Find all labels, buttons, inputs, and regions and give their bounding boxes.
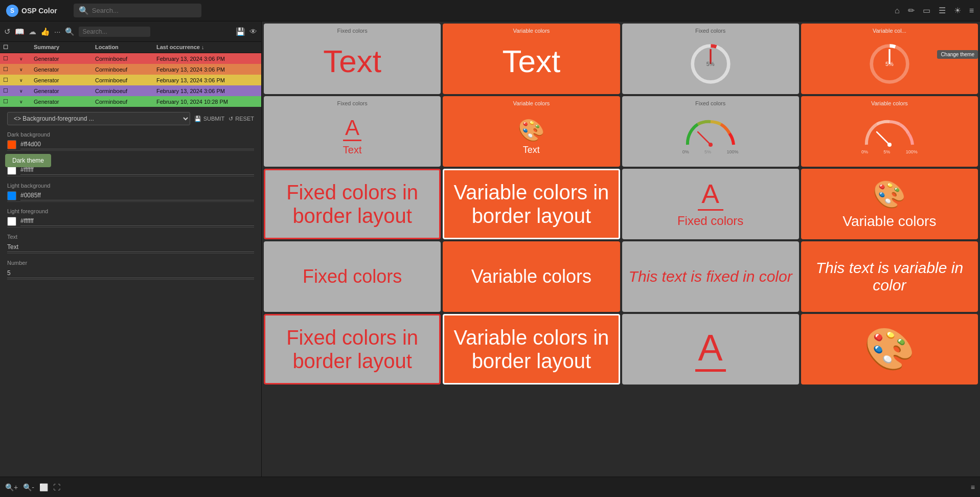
right-content: Change theme Fixed colors Text Variable … — [262, 21, 980, 477]
cell-fixed-border-text-1: Fixed colors in border layout — [264, 169, 441, 239]
cell-header: Fixed colors — [622, 100, 799, 106]
light-background-input[interactable] — [20, 191, 254, 200]
row-chevron[interactable]: ∨ — [19, 56, 34, 61]
refresh-icon[interactable]: ↺ — [4, 27, 11, 36]
row-location: Corminboeuf — [95, 66, 156, 73]
row-checkbox[interactable]: ☐ — [3, 87, 19, 94]
row-checkbox[interactable]: ☐ — [3, 55, 19, 62]
cell-variable-medium-text: Variable colors — [443, 241, 620, 312]
zoom-in-icon[interactable]: 🔍+ — [5, 483, 18, 491]
panel-toolbar: ↺ 📖 ☁ 👍 ··· 🔍 💾 👁 — [0, 21, 261, 42]
cell-fixed-speedometer: Fixed colors — [622, 96, 799, 167]
big-letter-a: A — [677, 180, 743, 207]
number-input[interactable] — [7, 268, 254, 278]
cell-variable-border-text-2: Variable colors in border layout — [443, 314, 620, 385]
top-nav: S OSP Color 🔍 ⌂ ✏ ▭ ☰ ☀ ≡ — [0, 0, 980, 21]
table-row[interactable]: ☐ ∨ Generator Corminboeuf February 13, 2… — [0, 64, 261, 75]
list-right-icon[interactable]: ≡ — [971, 483, 975, 491]
letter-underline — [698, 209, 723, 211]
cell-fixed-medium-text: Fixed colors — [264, 241, 441, 312]
cell-big-palette-icon: 🎨 — [801, 314, 978, 385]
row-date: February 13, 2024 3:06 PM — [156, 66, 258, 73]
table-header: ☐ Summary Location Last occurrence ↓ — [0, 42, 261, 53]
row-chevron[interactable]: ∨ — [19, 88, 34, 94]
row-checkbox[interactable]: ☐ — [3, 77, 19, 83]
top-search-input[interactable] — [92, 7, 184, 14]
left-panel: ↺ 📖 ☁ 👍 ··· 🔍 💾 👁 ☐ Summary Location Las… — [0, 21, 262, 477]
select-all-header[interactable]: ☐ — [3, 44, 19, 51]
cell-fixed-border-text-2: Fixed colors in border layout — [264, 314, 441, 385]
submit-button[interactable]: 💾 SUBMIT — [194, 116, 225, 122]
cell-big-letter-underline: A — [622, 314, 799, 385]
row-chevron[interactable]: ∨ — [19, 67, 34, 72]
date-header[interactable]: Last occurrence ↓ — [156, 44, 258, 51]
fullscreen-icon[interactable]: ⛶ — [53, 483, 60, 491]
more-icon[interactable]: ··· — [54, 27, 61, 36]
cloud-save-icon[interactable]: ☁ — [29, 27, 36, 36]
cell-fixed-italic-text: This text is fixed in color — [622, 241, 799, 312]
dark-foreground-input[interactable] — [20, 165, 254, 175]
reset-button[interactable]: ↺ RESET — [229, 116, 254, 122]
row-summary: Generator — [34, 66, 95, 73]
eye-icon[interactable]: 👁 — [249, 27, 257, 36]
dark-background-swatch[interactable] — [7, 140, 16, 149]
top-search-bar[interactable]: 🔍 — [74, 4, 201, 17]
dark-theme-badge[interactable]: Dark theme — [5, 154, 51, 167]
text-field: Text — [7, 234, 254, 254]
edit-icon[interactable]: ✏ — [908, 6, 915, 15]
row-date: February 13, 2024 3:06 PM — [156, 88, 258, 94]
hamburger-icon[interactable]: ≡ — [969, 6, 974, 15]
change-theme-button[interactable]: Change theme — [937, 50, 978, 59]
save-icon[interactable]: 💾 — [236, 27, 245, 36]
thumbs-up-icon[interactable]: 👍 — [40, 27, 50, 36]
row-chevron[interactable]: ∨ — [19, 78, 34, 83]
variable-colors-label: Variable colors — [842, 213, 936, 230]
app-logo: S OSP Color — [6, 5, 57, 17]
light-foreground-input[interactable] — [20, 216, 254, 226]
zoom-out-icon[interactable]: 🔍- — [23, 483, 34, 491]
row-chevron[interactable]: ∨ — [19, 99, 34, 104]
cell-fixed-big-text: Fixed colors Text — [264, 24, 441, 94]
medium-text: Variable colors — [467, 262, 596, 291]
row-checkbox[interactable]: ☐ — [3, 66, 19, 73]
location-header[interactable]: Location — [95, 44, 156, 51]
fit-width-icon[interactable]: ⬜ — [39, 483, 48, 491]
table-row[interactable]: ☐ ∨ Generator Corminboeuf February 13, 2… — [0, 53, 261, 64]
big-palette-icon: 🎨 — [842, 179, 936, 210]
config-dropdown[interactable]: <> Background-foreground ... — [7, 112, 190, 125]
border-text: Fixed colors in border layout — [265, 174, 439, 234]
search-icon[interactable]: 🔍 — [65, 27, 75, 36]
huge-letter-a: A — [695, 329, 726, 366]
light-foreground-swatch[interactable] — [7, 217, 16, 226]
form-toolbar: <> Background-foreground ... 💾 SUBMIT ↺ … — [7, 112, 254, 125]
letter-a: A — [345, 117, 359, 139]
huge-palette-icon: 🎨 — [864, 325, 915, 373]
table-row[interactable]: ☐ ∨ Generator Corminboeuf February 13, 2… — [0, 75, 261, 85]
letter-underline — [343, 140, 361, 141]
text-label: Text — [7, 234, 254, 240]
cell-header: Fixed colors — [264, 28, 441, 34]
sun-icon[interactable]: ☀ — [954, 6, 961, 15]
row-checkbox[interactable]: ☐ — [3, 98, 19, 105]
issues-table: ☐ Summary Location Last occurrence ↓ ☐ ∨… — [0, 42, 261, 107]
border-text-2: Variable colors in border layout — [444, 320, 618, 379]
dark-background-input[interactable] — [20, 140, 254, 149]
text-input[interactable] — [7, 242, 254, 252]
home-icon[interactable]: ⌂ — [895, 6, 900, 15]
cell-header: Variable col... — [801, 28, 978, 34]
monitor-icon[interactable]: ▭ — [923, 6, 930, 15]
dark-background-field: Dark background — [7, 131, 254, 151]
book-icon[interactable]: 📖 — [15, 27, 25, 36]
list-icon[interactable]: ☰ — [939, 6, 946, 15]
table-row[interactable]: ☐ ∨ Generator Corminboeuf February 13, 2… — [0, 85, 261, 96]
row-location: Corminboeuf — [95, 56, 156, 62]
table-row[interactable]: ☐ ∨ Generator Corminboeuf February 10, 2… — [0, 96, 261, 107]
cell-big-text: Text — [503, 46, 561, 77]
cell-header: Variable colors — [443, 100, 620, 106]
panel-search-input[interactable] — [79, 27, 150, 37]
bottom-right: ≡ — [971, 483, 975, 492]
summary-header[interactable]: Summary — [34, 44, 95, 51]
row-date: February 10, 2024 10:28 PM — [156, 99, 258, 105]
text-label: Text — [518, 145, 544, 155]
light-background-swatch[interactable] — [7, 191, 16, 200]
